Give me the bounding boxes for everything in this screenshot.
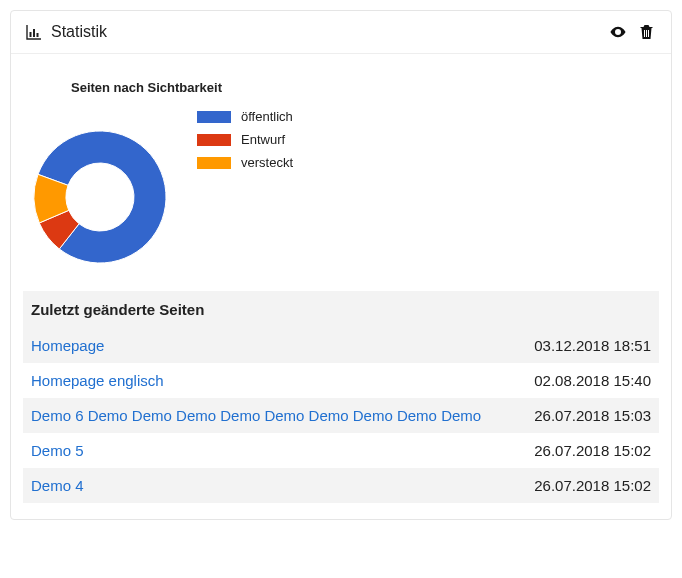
legend-item[interactable]: versteckt [197, 155, 293, 170]
page-modified-date: 26.07.2018 15:03 [520, 407, 651, 424]
toggle-visibility-button[interactable] [607, 21, 629, 43]
trash-icon [639, 24, 654, 40]
page-link[interactable]: Homepage [31, 337, 104, 354]
bar-chart-icon [25, 23, 43, 41]
delete-widget-button[interactable] [635, 21, 657, 43]
page-link[interactable]: Demo 4 [31, 477, 84, 494]
chart-title: Seiten nach Sichtbarkeit [25, 80, 657, 95]
chart-legend: öffentlichEntwurfversteckt [197, 107, 293, 178]
donut-chart [25, 107, 175, 277]
svg-point-3 [617, 31, 620, 34]
legend-swatch [197, 157, 231, 169]
legend-swatch [197, 111, 231, 123]
visibility-chart: Seiten nach Sichtbarkeit öffentlichEntwu… [11, 68, 671, 285]
widget-title: Statistik [51, 23, 107, 41]
widget-header: Statistik [11, 11, 671, 54]
page-modified-date: 03.12.2018 18:51 [520, 337, 651, 354]
table-row: Homepage03.12.2018 18:51 [23, 328, 659, 363]
table-row: Demo 426.07.2018 15:02 [23, 468, 659, 503]
legend-item[interactable]: öffentlich [197, 109, 293, 124]
svg-rect-1 [33, 29, 35, 37]
page-link[interactable]: Demo 5 [31, 442, 84, 459]
table-row: Demo 526.07.2018 15:02 [23, 433, 659, 468]
legend-label: Entwurf [241, 132, 285, 147]
svg-rect-2 [37, 33, 39, 37]
eye-icon [609, 23, 627, 41]
legend-swatch [197, 134, 231, 146]
widget-body: Seiten nach Sichtbarkeit öffentlichEntwu… [11, 54, 671, 519]
page-link[interactable]: Homepage englisch [31, 372, 164, 389]
legend-item[interactable]: Entwurf [197, 132, 293, 147]
table-row: Homepage englisch02.08.2018 15:40 [23, 363, 659, 398]
svg-rect-0 [30, 32, 32, 37]
legend-label: öffentlich [241, 109, 293, 124]
page-modified-date: 02.08.2018 15:40 [520, 372, 651, 389]
page-modified-date: 26.07.2018 15:02 [520, 477, 651, 494]
page-modified-date: 26.07.2018 15:02 [520, 442, 651, 459]
table-header: Zuletzt geänderte Seiten [23, 291, 659, 328]
statistics-widget: Statistik Seiten nach Sichtbarkeit öffen… [10, 10, 672, 520]
page-link[interactable]: Demo 6 Demo Demo Demo Demo Demo Demo Dem… [31, 407, 481, 424]
table-row: Demo 6 Demo Demo Demo Demo Demo Demo Dem… [23, 398, 659, 433]
recent-pages-table: Zuletzt geänderte Seiten Homepage03.12.2… [11, 285, 671, 503]
legend-label: versteckt [241, 155, 293, 170]
